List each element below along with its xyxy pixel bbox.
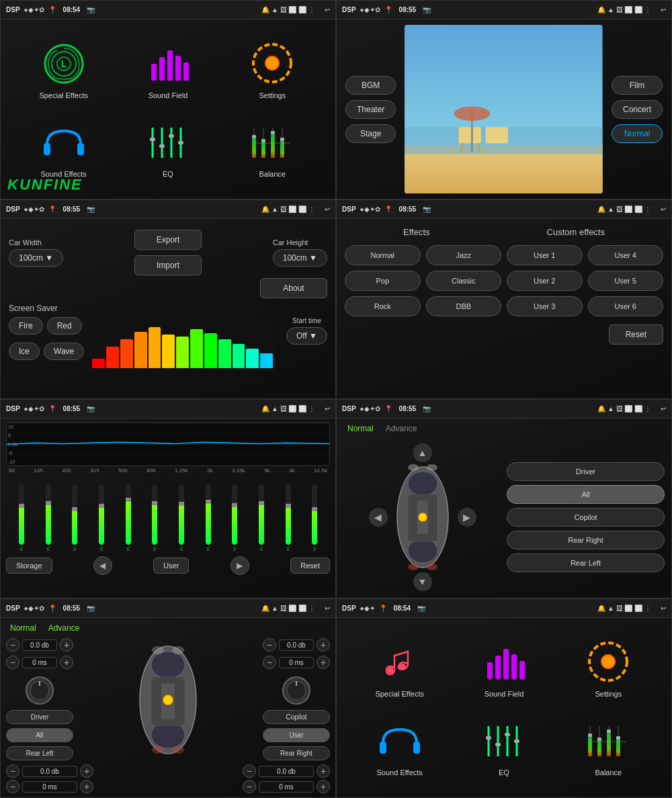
left-ms-plus1[interactable]: + — [60, 656, 73, 669]
all-label-btn[interactable]: All — [6, 728, 73, 742]
bl-plus-db[interactable]: + — [80, 764, 93, 778]
menu-item-settings-2[interactable]: Settings — [559, 639, 658, 698]
all-btn[interactable]: All — [507, 485, 665, 504]
eq-slider-track[interactable] — [206, 484, 211, 545]
effects-reset-btn[interactable]: Reset — [609, 324, 663, 345]
normal-btn-bgm[interactable]: Normal — [612, 124, 663, 143]
user5-btn[interactable]: User 5 — [588, 271, 664, 291]
red-btn[interactable]: Red — [47, 317, 82, 335]
right-arrow-btn[interactable]: ▶ — [458, 508, 476, 527]
ice-btn[interactable]: Ice — [9, 343, 40, 360]
eq-slider-track[interactable] — [126, 484, 131, 545]
br-plus-ms[interactable]: + — [317, 780, 330, 793]
menu-item-special-effects-2[interactable]: Special Effects — [350, 639, 449, 698]
export-btn[interactable]: Export — [134, 230, 202, 250]
menu-item-special-effects[interactable]: L Special Effects — [14, 40, 113, 99]
effect-classic[interactable]: Classic — [426, 271, 502, 291]
menu-item-balance-2[interactable]: Balance — [559, 717, 658, 777]
adv-advance-tab[interactable]: Advance — [44, 622, 84, 634]
bl-plus-ms[interactable]: + — [80, 780, 93, 793]
stage-btn[interactable]: Stage — [345, 124, 396, 143]
effect-jazz[interactable]: Jazz — [426, 245, 502, 265]
rear-right-label-btn[interactable]: Rear Right — [263, 746, 330, 760]
effect-normal[interactable]: Normal — [345, 245, 421, 265]
user3-btn[interactable]: User 3 — [507, 296, 583, 316]
user-label-btn[interactable]: User — [263, 728, 330, 742]
menu-item-balance[interactable]: Balance — [223, 119, 322, 178]
bl-minus-db[interactable]: − — [6, 764, 19, 778]
rear-left-btn[interactable]: Rear Left — [507, 553, 665, 572]
eq-slider-track[interactable] — [99, 484, 104, 545]
bl-minus-ms[interactable]: − — [6, 780, 19, 793]
menu-item-sound-effects-2[interactable]: Sound Effects — [350, 717, 449, 777]
right-ms-plus1[interactable]: + — [317, 656, 330, 669]
bgm-btn[interactable]: BGM — [345, 76, 396, 95]
rear-right-btn[interactable]: Rear Right — [507, 531, 665, 549]
normal-mode-tab[interactable]: Normal — [343, 423, 378, 435]
eq-slider-track[interactable] — [152, 484, 157, 545]
back-p2[interactable]: ↩ — [661, 6, 666, 13]
rear-left-label-btn[interactable]: Rear Left — [6, 746, 73, 760]
prev-btn[interactable]: ◀ — [93, 556, 112, 575]
menu-item-sound-field[interactable]: Sound Field — [118, 40, 217, 99]
user4-btn[interactable]: User 4 — [588, 245, 664, 265]
br-plus-db[interactable]: + — [317, 764, 330, 778]
eq-slider-col: 0 — [36, 484, 61, 552]
copilot-label-btn[interactable]: Copilot — [263, 710, 330, 724]
back-p8[interactable]: ↩ — [661, 605, 666, 612]
about-btn[interactable]: About — [260, 278, 327, 298]
right-ms-minus1[interactable]: − — [263, 656, 276, 669]
menu-item-settings[interactable]: Settings — [223, 40, 322, 99]
left-db-minus1[interactable]: − — [6, 638, 19, 652]
left-arrow-btn[interactable]: ◀ — [369, 508, 388, 527]
driver-label-btn[interactable]: Driver — [6, 710, 73, 724]
user6-btn[interactable]: User 6 — [588, 296, 664, 316]
user2-btn[interactable]: User 2 — [507, 271, 583, 291]
eq-slider-track[interactable] — [179, 484, 184, 545]
user1-btn[interactable]: User 1 — [507, 245, 583, 265]
concert-btn[interactable]: Concert — [612, 100, 663, 119]
back-p7[interactable]: ↩ — [325, 605, 330, 612]
next-btn[interactable]: ▶ — [230, 556, 249, 575]
right-db-plus1[interactable]: + — [317, 638, 330, 652]
user-btn-eq[interactable]: User — [153, 558, 189, 574]
theater-btn[interactable]: Theater — [345, 100, 396, 119]
effect-rock[interactable]: Rock — [345, 296, 421, 316]
wave-btn[interactable]: Wave — [44, 343, 84, 360]
adv-normal-tab[interactable]: Normal — [6, 622, 40, 634]
storage-btn[interactable]: Storage — [6, 558, 52, 574]
import-btn[interactable]: Import — [134, 255, 202, 275]
br-minus-ms[interactable]: − — [243, 780, 256, 793]
car-width-dropdown[interactable]: 100cm ▼ — [9, 249, 63, 267]
menu-item-sound-field-2[interactable]: Sound Field — [454, 639, 553, 698]
back-p5[interactable]: ↩ — [325, 405, 330, 412]
car-height-dropdown[interactable]: 100cm ▼ — [273, 249, 327, 267]
back-arrow-p1[interactable]: ↩ — [325, 6, 330, 13]
menu-item-eq[interactable]: EQ — [118, 119, 217, 178]
eq-slider-track[interactable] — [19, 484, 24, 545]
effect-pop[interactable]: Pop — [345, 271, 421, 291]
copilot-btn[interactable]: Copilot — [507, 508, 665, 527]
advance-mode-tab[interactable]: Advance — [382, 423, 421, 435]
right-db-minus1[interactable]: − — [263, 638, 276, 652]
film-btn[interactable]: Film — [612, 76, 663, 95]
br-minus-db[interactable]: − — [243, 764, 256, 778]
reset-btn-eq[interactable]: Reset — [290, 558, 330, 574]
eq-slider-track[interactable] — [286, 484, 291, 545]
eq-slider-track[interactable] — [46, 484, 51, 545]
menu-item-eq-2[interactable]: EQ — [454, 717, 553, 777]
driver-btn[interactable]: Driver — [507, 462, 665, 481]
eq-slider-track[interactable] — [72, 484, 77, 545]
back-p6[interactable]: ↩ — [661, 405, 666, 412]
back-p4[interactable]: ↩ — [661, 206, 666, 213]
back-p3[interactable]: ↩ — [325, 206, 330, 213]
left-db-plus1[interactable]: + — [60, 638, 73, 652]
menu-item-sound-effects[interactable]: Sound Effects — [14, 119, 113, 178]
effect-dbb[interactable]: DBB — [426, 296, 502, 316]
fire-btn[interactable]: Fire — [9, 317, 43, 335]
left-ms-minus1[interactable]: − — [6, 656, 19, 669]
start-time-dropdown[interactable]: Off ▼ — [286, 327, 327, 345]
eq-slider-track[interactable] — [312, 484, 317, 545]
eq-slider-track[interactable] — [259, 484, 264, 545]
eq-slider-track[interactable] — [232, 484, 237, 545]
